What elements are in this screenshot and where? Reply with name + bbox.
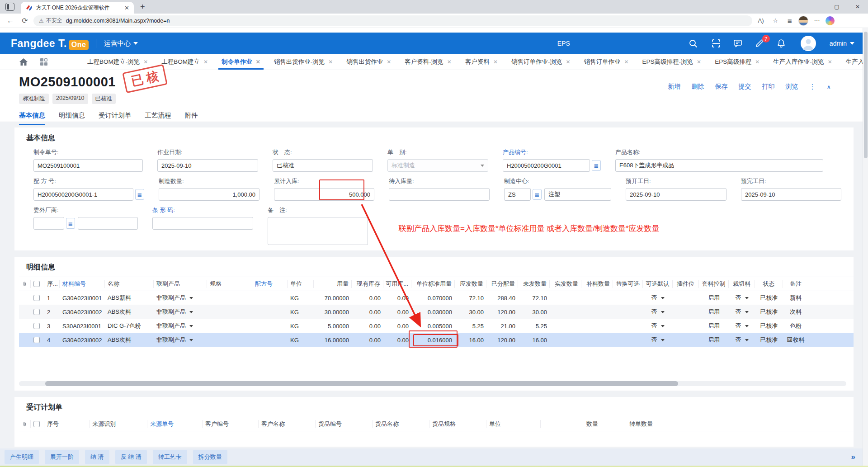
page-scrollbar-thumb[interactable] [864, 32, 868, 158]
field-input-remark[interactable] [268, 217, 368, 245]
tab-close-icon[interactable]: ✕ [566, 59, 570, 65]
action-link[interactable]: 提交 [738, 83, 751, 91]
maximize-button[interactable]: ▢ [826, 0, 847, 14]
footer-button[interactable]: 结 清 [85, 450, 109, 464]
refresh-button[interactable]: ⟳ [19, 16, 31, 25]
message-icon[interactable] [733, 38, 743, 48]
action-link[interactable]: 保存 [715, 83, 727, 91]
row-checkbox[interactable] [33, 309, 40, 315]
favorites-icon[interactable]: ≣ [784, 17, 796, 24]
module-tab[interactable]: 销售出货作业✕ [340, 54, 398, 70]
footer-button[interactable]: 产生明细 [5, 450, 39, 464]
field-input-plan-start[interactable] [626, 188, 726, 201]
cell-byproduct[interactable]: 非联副产品 [154, 322, 207, 330]
field-input-outsource-vendor[interactable] [33, 217, 64, 230]
lookup-icon[interactable]: ≣ [135, 189, 144, 200]
cell-byproduct[interactable]: 非联副产品 [154, 294, 207, 302]
close-button[interactable]: ✕ [847, 0, 868, 14]
tab-close-icon[interactable]: ✕ [328, 59, 333, 65]
field-input-outsource-vendor-name[interactable] [78, 217, 138, 230]
doc-subtab[interactable]: 附件 [185, 111, 198, 125]
module-tab[interactable]: 生产入库作业-浏览✕ [766, 54, 839, 70]
cell-byproduct[interactable]: 非联副产品 [154, 336, 207, 344]
tab-close-icon[interactable]: ✕ [828, 59, 832, 65]
user-avatar[interactable] [801, 36, 816, 51]
tab-close-icon[interactable]: ✕ [256, 59, 260, 65]
module-tab[interactable]: 销售出货作业-浏览✕ [267, 54, 340, 70]
action-link[interactable]: 打印 [762, 83, 774, 91]
tab-close-icon[interactable]: ✕ [624, 59, 629, 65]
cell-cut[interactable]: 否 [729, 294, 755, 302]
expand-footer-icon[interactable]: » [851, 453, 855, 462]
field-select-doc-type[interactable]: 标准制造 [387, 159, 488, 172]
more-actions-icon[interactable]: ⋮ [809, 83, 816, 91]
field-input-pending-in[interactable] [389, 188, 490, 201]
footer-button[interactable]: 转工艺卡 [153, 450, 187, 464]
footer-button[interactable]: 反 结 清 [115, 450, 147, 464]
field-input-mfg-center-name[interactable] [544, 188, 611, 201]
browser-tab[interactable]: 方天T-ONE 2026企业管理软件 ✕ [21, 2, 134, 14]
lookup-icon[interactable]: ≣ [66, 218, 75, 229]
module-tab[interactable]: 客户资料✕ [458, 54, 505, 70]
module-tab[interactable]: 销售订单作业-浏览✕ [505, 54, 577, 70]
table-row[interactable]: 2G30A023I0002ABS次料非联副产品KG30.000000.000.0… [19, 305, 854, 319]
home-icon[interactable] [19, 58, 28, 66]
module-tab[interactable]: 销售订单作业✕ [577, 54, 636, 70]
cell-default[interactable]: 否 [643, 322, 673, 330]
doc-subtab[interactable]: 明细信息 [59, 111, 85, 125]
tab-close-icon[interactable]: ✕ [143, 59, 148, 65]
minimize-button[interactable]: — [806, 0, 826, 14]
doc-subtab[interactable]: 工艺流程 [145, 111, 171, 125]
tab-close-icon[interactable]: ✕ [124, 5, 129, 11]
user-menu[interactable]: admin [830, 40, 854, 47]
row-checkbox[interactable] [33, 295, 40, 301]
header-checkbox[interactable] [33, 421, 40, 427]
field-input-product-no[interactable] [503, 159, 590, 172]
new-tab-button[interactable]: + [140, 2, 145, 12]
field-input-formula-no[interactable] [33, 188, 133, 201]
field-input-mfg-center[interactable] [504, 188, 531, 201]
field-input-order-no[interactable] [33, 159, 143, 172]
field-input-status[interactable] [273, 159, 373, 172]
row-checkbox[interactable] [33, 337, 40, 343]
field-input-mfg-qty[interactable] [159, 188, 259, 201]
cell-default[interactable]: 否 [643, 294, 673, 302]
action-link[interactable]: 浏览 [785, 83, 798, 91]
search-icon[interactable] [689, 39, 698, 48]
footer-button[interactable]: 拆分数量 [193, 450, 227, 464]
row-checkbox[interactable] [33, 323, 40, 329]
copilot-icon[interactable] [826, 16, 835, 25]
tab-close-icon[interactable]: ✕ [447, 59, 452, 65]
horizontal-scrollbar-thumb[interactable] [45, 381, 678, 386]
footer-button[interactable]: 展开一阶 [45, 450, 79, 464]
more-menu-icon[interactable]: ⋯ [811, 17, 823, 24]
scan-icon[interactable] [711, 38, 721, 48]
tab-close-icon[interactable]: ✕ [203, 59, 208, 65]
field-input-work-date[interactable] [157, 159, 258, 172]
apps-grid-icon[interactable] [40, 58, 48, 66]
workspace-menu[interactable]: 运营中心 [104, 39, 138, 48]
tab-close-icon[interactable]: ✕ [755, 59, 760, 65]
global-search-input[interactable]: EPS [550, 37, 699, 50]
bell-icon[interactable] [776, 38, 786, 48]
tab-close-icon[interactable]: ✕ [697, 59, 701, 65]
action-link[interactable]: 新增 [668, 83, 680, 91]
cell-byproduct[interactable]: 非联副产品 [154, 308, 207, 316]
tab-close-icon[interactable]: ✕ [387, 59, 391, 65]
lookup-icon[interactable]: ≣ [533, 189, 542, 200]
lookup-icon[interactable]: ≣ [592, 160, 601, 171]
field-input-product-name[interactable] [615, 159, 823, 172]
cell-cut[interactable]: 否 [729, 308, 755, 316]
collapse-icon[interactable]: ∧ [826, 84, 831, 90]
module-tab[interactable]: EPS高级排程-浏览✕ [636, 54, 708, 70]
read-aloud-icon[interactable]: A) [755, 17, 767, 24]
field-input-barcode[interactable] [152, 217, 253, 230]
edit-icon[interactable]: 7 [755, 38, 764, 48]
bookmark-star-icon[interactable]: ☆ [769, 17, 781, 24]
module-tab[interactable]: 客户资料-浏览✕ [398, 54, 458, 70]
browser-profile-avatar[interactable] [798, 16, 808, 26]
cell-cut[interactable]: 否 [729, 322, 755, 330]
module-tab[interactable]: 制令单作业✕ [215, 54, 267, 70]
action-link[interactable]: 删除 [691, 83, 704, 91]
doc-subtab[interactable]: 基本信息 [19, 111, 45, 125]
